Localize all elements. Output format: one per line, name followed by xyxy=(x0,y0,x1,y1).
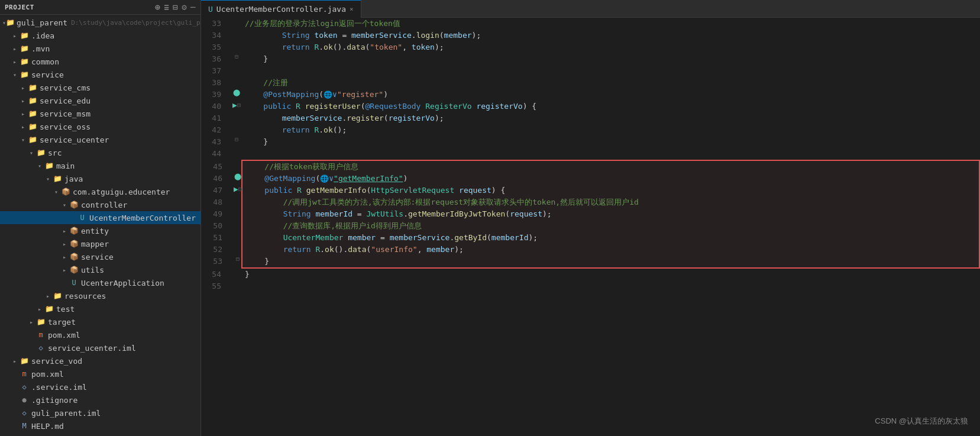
sidebar-item-idea[interactable]: ▸ 📁 .idea xyxy=(0,29,200,42)
code-line-55: 55 xyxy=(201,280,980,292)
fold-icon-40: ⊟ xyxy=(237,102,241,108)
gutter-47: ▶⊟ xyxy=(232,185,244,193)
fold-icon-43: ⊟ xyxy=(235,136,238,143)
utils-label: utils xyxy=(81,266,104,274)
sidebar-item-controller[interactable]: ▾ 📦 controller xyxy=(0,198,200,211)
main-icon: 📁 xyxy=(44,162,54,170)
annotation-icon-39: ⬤ xyxy=(233,89,240,96)
sidebar-item-entity[interactable]: ▸ 📦 entity xyxy=(0,224,200,237)
sidebar-item-service-vod[interactable]: ▸ 📁 service_vod xyxy=(0,354,200,367)
service-edu-arrow: ▸ xyxy=(19,98,27,104)
line-num-34: 34 xyxy=(201,30,231,41)
run-icon-47: ▶ xyxy=(234,185,238,193)
common-arrow: ▸ xyxy=(11,59,19,65)
minimize-icon[interactable]: ─ xyxy=(190,2,196,12)
sidebar-item-src[interactable]: ▾ 📁 src xyxy=(0,146,200,159)
sidebar-item-ucenter-iml[interactable]: ◇ service_ucenter.iml xyxy=(0,341,200,354)
mvn-arrow: ▸ xyxy=(11,46,19,52)
code-line-50: 50 //查询数据库,根据用户id得到用户信息 xyxy=(242,220,979,232)
main-arrow: ▾ xyxy=(35,163,44,169)
line-num-53: 53 xyxy=(202,256,232,267)
package-label: com.atguigu.educenter xyxy=(73,188,170,196)
code-area[interactable]: 33 //业务层的登录方法login返回一个token值 34 String t… xyxy=(201,18,980,436)
service-iml-label: .service.iml xyxy=(31,383,87,392)
sidebar-item-service-oss[interactable]: ▸ 📁 service_oss xyxy=(0,120,200,133)
utils-icon: 📦 xyxy=(69,266,79,274)
sidebar-item-gitignore[interactable]: ● .gitignore xyxy=(0,393,200,406)
sidebar-item-guli-iml[interactable]: ◇ guli_parent.iml xyxy=(0,406,200,419)
fold-icon-47: ⊟ xyxy=(238,186,242,192)
code-line-41: 41 memberService.register(registerVo); xyxy=(201,112,980,124)
highlight-block: 45 //根据token获取用户信息 46 ⬤ @GetMapping(🌐∨"g… xyxy=(241,160,980,269)
service-sub-arrow: ▸ xyxy=(60,254,69,260)
code-line-39: 39 ⬤ @PostMapping(🌐∨"register") xyxy=(201,89,980,101)
target-arrow: ▸ xyxy=(27,319,35,325)
code-content-47: public R getMemberInfo(HttpServletReques… xyxy=(244,185,979,196)
add-module-icon[interactable]: ⊕ xyxy=(155,2,160,12)
service-msm-arrow: ▸ xyxy=(19,111,27,117)
code-line-53: 53 ⊟ } xyxy=(242,256,979,267)
sidebar-item-target[interactable]: ▸ 📁 target xyxy=(0,315,200,328)
collapse-all-icon[interactable]: ≡ xyxy=(164,2,169,12)
line-num-38: 38 xyxy=(201,77,231,89)
sidebar-item-java[interactable]: ▾ 📁 java xyxy=(0,172,200,185)
sidebar-item-service-edu[interactable]: ▸ 📁 service_edu xyxy=(0,94,200,107)
sidebar-item-service-sub[interactable]: ▸ 📦 service xyxy=(0,250,200,263)
code-content-48: //调用jwt工具类的方法,该方法内部:根据request对象获取请求头中的to… xyxy=(244,196,979,208)
java-arrow: ▾ xyxy=(44,176,52,182)
service-sub-label: service xyxy=(81,253,114,261)
gear-icon[interactable]: ⚙ xyxy=(182,2,187,12)
sidebar-item-utils[interactable]: ▸ 📦 utils xyxy=(0,263,200,276)
mapper-arrow: ▸ xyxy=(60,241,69,247)
ucenter-app-label: UcenterApplication xyxy=(81,279,164,288)
sidebar-item-main[interactable]: ▾ 📁 main xyxy=(0,159,200,172)
code-line-49: 49 String memberId = JwtUtils.getMemberI… xyxy=(242,208,979,220)
service-ucenter-icon: 📁 xyxy=(27,135,38,144)
code-content-40: public R registerUser(@RequestBody Regis… xyxy=(242,101,980,112)
sidebar-item-test[interactable]: ▸ 📁 test xyxy=(0,302,200,315)
gutter-43: ⊟ xyxy=(231,136,242,143)
code-line-33: 33 //业务层的登录方法login返回一个token值 xyxy=(201,18,980,30)
sidebar-item-service[interactable]: ▾ 📁 service xyxy=(0,68,200,81)
sidebar-item-service-iml[interactable]: ◇ .service.iml xyxy=(0,380,200,393)
mapper-icon: 📦 xyxy=(69,240,79,248)
watermark: CSDN @认真生活的灰太狼 xyxy=(875,416,968,427)
common-folder-icon: 📁 xyxy=(19,57,30,66)
service-edu-icon: 📁 xyxy=(27,96,38,105)
entity-arrow: ▸ xyxy=(60,228,69,234)
sidebar-item-pom-ucenter[interactable]: m pom.xml xyxy=(0,328,200,341)
line-num-33: 33 xyxy=(201,18,231,30)
sidebar-item-service-cms[interactable]: ▸ 📁 service_cms xyxy=(0,81,200,94)
sidebar-item-service-ucenter[interactable]: ▾ 📁 service_ucenter xyxy=(0,133,200,146)
code-content-33: //业务层的登录方法login返回一个token值 xyxy=(242,18,980,30)
sidebar-item-help[interactable]: M HELP.md xyxy=(0,419,200,432)
run-icon-40: ▶ xyxy=(232,101,237,109)
line-num-54: 54 xyxy=(201,269,231,280)
sidebar-item-mvnw[interactable]: ● mvnw xyxy=(0,432,200,436)
sidebar-item-ucenter-app[interactable]: U UcenterApplication xyxy=(0,276,200,289)
code-line-48: 48 //调用jwt工具类的方法,该方法内部:根据request对象获取请求头中… xyxy=(242,196,979,208)
test-icon: 📁 xyxy=(44,305,54,313)
sidebar-item-common[interactable]: ▸ 📁 common xyxy=(0,55,200,68)
tab-close-button[interactable]: × xyxy=(350,5,354,13)
sidebar-item-resources[interactable]: ▸ 📁 resources xyxy=(0,289,200,302)
compact-icon[interactable]: ⊟ xyxy=(173,2,178,12)
gutter-40: ▶⊟ xyxy=(231,101,242,109)
sidebar-item-ucenter-controller[interactable]: U UcenterMemberController xyxy=(0,211,200,224)
service-msm-icon: 📁 xyxy=(27,109,38,118)
sidebar-item-mvn[interactable]: ▸ 📁 .mvn xyxy=(0,42,200,55)
service-vod-label: service_vod xyxy=(31,357,82,366)
service-arrow: ▾ xyxy=(11,72,19,78)
controller-arrow: ▾ xyxy=(60,202,69,208)
sidebar-item-mapper[interactable]: ▸ 📦 mapper xyxy=(0,237,200,250)
tree-root[interactable]: ▾ 📁 guli_parent D:\study\java\code\proje… xyxy=(0,16,200,29)
sidebar-item-package[interactable]: ▾ 📦 com.atguigu.educenter xyxy=(0,185,200,198)
pom-root-label: pom.xml xyxy=(31,370,64,379)
sidebar-item-service-msm[interactable]: ▸ 📁 service_msm xyxy=(0,107,200,120)
line-num-44: 44 xyxy=(201,148,231,160)
editor-tab[interactable]: U UcenterMemberController.java × xyxy=(201,0,361,18)
code-line-35: 35 return R.ok().data("token", token); xyxy=(201,41,980,53)
resources-arrow: ▸ xyxy=(44,293,52,299)
code-content-41: memberService.register(registerVo); xyxy=(242,112,980,124)
sidebar-item-pom-root[interactable]: m pom.xml xyxy=(0,367,200,380)
